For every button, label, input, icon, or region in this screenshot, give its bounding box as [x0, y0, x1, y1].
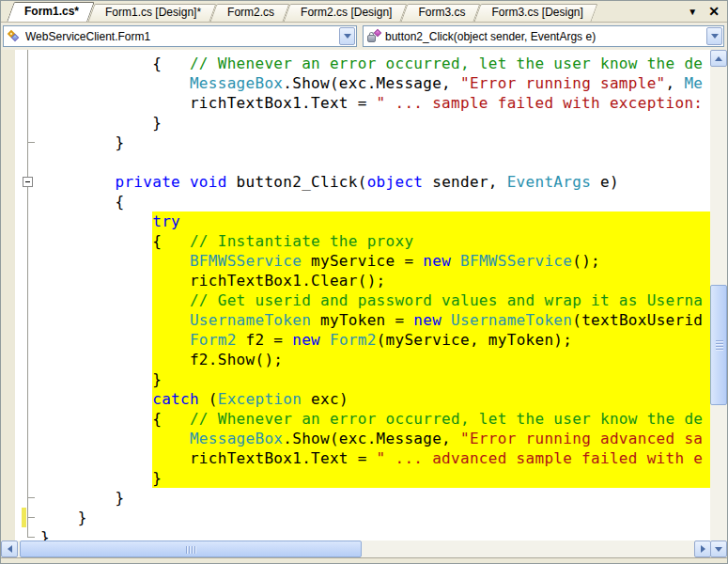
arrow-left-icon — [8, 545, 12, 553]
highlighted-code: Form2 f2 = new Form2(myService, myToken)… — [152, 330, 710, 350]
code-line[interactable]: MessageBox.Show(exc.Message, "Error runn… — [1, 429, 711, 448]
highlighted-code: UsernameToken myToken = new UsernameToke… — [152, 310, 710, 330]
scroll-right-button[interactable] — [694, 540, 711, 557]
code-line[interactable]: } — [1, 527, 711, 540]
vertical-scrollbar[interactable] — [710, 50, 727, 557]
horizontal-scrollbar[interactable] — [1, 540, 711, 557]
code-line[interactable]: } — [1, 468, 711, 488]
code-line[interactable]: richTextBox1.Clear(); — [1, 271, 711, 290]
code-line[interactable]: } — [1, 133, 711, 152]
code-line[interactable]: Form2 f2 = new Form2(myService, myToken)… — [1, 330, 711, 350]
code-line[interactable]: richTextBox1.Text = " ... advanced sampl… — [1, 448, 711, 468]
type-dropdown[interactable]: WebServiceClient.Form1 — [3, 25, 357, 47]
code-line[interactable]: catch (Exception exc) — [1, 389, 711, 409]
highlighted-code: { // Instantiate the proxy — [152, 231, 710, 251]
window-bottom-edge — [1, 557, 727, 564]
tab-overflow-icon[interactable]: ▼ — [688, 7, 697, 17]
code-line[interactable]: { // Whenever an error occurred, let the… — [1, 409, 711, 429]
highlighted-code: } — [152, 468, 710, 488]
code-line[interactable]: BFMWSService myService = new BFMWSServic… — [1, 251, 711, 271]
document-tab-strip: Form1.cs*Form1.cs [Design]*Form2.csForm2… — [1, 1, 727, 22]
code-line[interactable]: UsernameToken myToken = new UsernameToke… — [1, 310, 711, 330]
tab-label: Form1.cs [Design]* — [105, 6, 201, 19]
chevron-down-icon — [344, 34, 351, 39]
code-line[interactable]: { // Instantiate the proxy — [1, 231, 711, 251]
scroll-down-button[interactable] — [710, 540, 727, 557]
code-line[interactable]: try — [1, 212, 711, 231]
tab-label: Form1.cs* — [24, 5, 79, 18]
code-line[interactable] — [1, 152, 711, 172]
arrow-right-icon — [701, 545, 705, 553]
highlighted-code: BFMWSService myService = new BFMWSServic… — [152, 251, 710, 271]
member-dropdown[interactable]: button2_Click(object sender, EventArgs e… — [363, 25, 724, 47]
code-line[interactable]: f2.Show(); — [1, 350, 711, 369]
code-line[interactable]: richTextBox1.Text = " ... sample failed … — [1, 93, 711, 113]
highlighted-code: f2.Show(); — [152, 350, 710, 369]
type-dropdown-button[interactable] — [339, 27, 355, 45]
scroll-left-button[interactable] — [1, 540, 18, 557]
code-line[interactable]: MessageBox.Show(exc.Message, "Error runn… — [1, 73, 711, 93]
arrow-down-icon — [715, 547, 722, 552]
type-dropdown-value: WebServiceClient.Form1 — [25, 30, 339, 43]
tab-label: Form2.cs [Design] — [301, 6, 392, 19]
tab-form1-cs-[interactable]: Form1.cs* — [10, 2, 91, 22]
highlighted-code: { // Whenever an error occurred, let the… — [152, 409, 710, 429]
code-line[interactable]: { — [1, 192, 711, 212]
close-document-icon[interactable]: ✕ — [708, 4, 720, 19]
tab-form1-cs-design-[interactable]: Form1.cs [Design]* — [91, 4, 213, 22]
tab-form3-cs[interactable]: Form3.cs — [404, 4, 477, 22]
tab-form2-cs[interactable]: Form2.cs — [213, 4, 287, 22]
scroll-up-button[interactable] — [710, 50, 727, 67]
highlighted-code: try — [152, 212, 710, 231]
code-line[interactable]: // Get userid and password values and wr… — [1, 290, 711, 310]
code-line[interactable]: } — [1, 488, 711, 508]
tab-form3-cs-design-[interactable]: Form3.cs [Design] — [477, 4, 595, 22]
code-line[interactable]: { // Whenever an error occurred, let the… — [1, 54, 711, 73]
private-method-icon — [366, 29, 381, 44]
highlighted-code: richTextBox1.Text = " ... advanced sampl… — [152, 448, 710, 468]
tab-label: Form3.cs — [418, 6, 465, 19]
highlighted-code: catch (Exception exc) — [152, 389, 710, 409]
code-line[interactable]: private void button2_Click(object sender… — [1, 172, 711, 192]
member-dropdown-button[interactable] — [706, 27, 722, 45]
tab-label: Form2.cs — [227, 6, 274, 19]
navigation-bar: WebServiceClient.Form1 button2_Click(obj… — [1, 22, 727, 50]
tab-strip-controls: ▼ ✕ — [688, 1, 727, 22]
code-lines: { // Whenever an error occurred, let the… — [1, 54, 711, 540]
class-icon — [7, 29, 22, 44]
chevron-down-icon — [711, 34, 719, 39]
arrow-up-icon — [715, 56, 722, 61]
code-line[interactable]: } — [1, 369, 711, 389]
code-editor-window: Form1.cs*Form1.cs [Design]*Form2.csForm2… — [0, 0, 728, 564]
highlighted-code: richTextBox1.Clear(); — [152, 271, 710, 290]
code-line[interactable]: } — [1, 508, 711, 527]
highlighted-code: // Get userid and password values and wr… — [152, 290, 710, 310]
tab-label: Form3.cs [Design] — [491, 6, 582, 19]
vertical-scrollbar-thumb[interactable] — [710, 285, 727, 405]
horizontal-scrollbar-thumb[interactable] — [20, 540, 362, 557]
code-line[interactable]: } — [1, 113, 711, 133]
tab-form2-cs-design-[interactable]: Form2.cs [Design] — [287, 4, 404, 22]
member-dropdown-value: button2_Click(object sender, EventArgs e… — [385, 30, 706, 43]
code-editor-surface[interactable]: { // Whenever an error occurred, let the… — [1, 50, 711, 540]
highlighted-code: MessageBox.Show(exc.Message, "Error runn… — [152, 429, 710, 448]
highlighted-code: } — [152, 369, 710, 389]
